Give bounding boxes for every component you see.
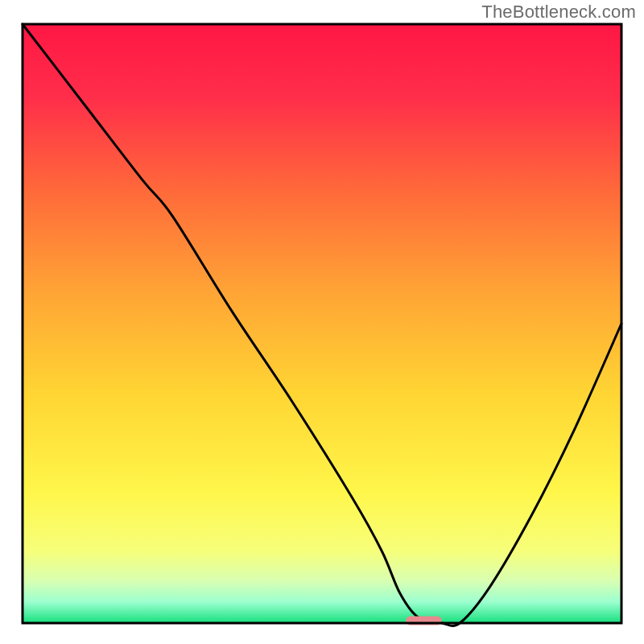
bottleneck-chart [0,0,644,644]
plot-background [23,24,621,623]
chart-root: TheBottleneck.com [0,0,644,644]
